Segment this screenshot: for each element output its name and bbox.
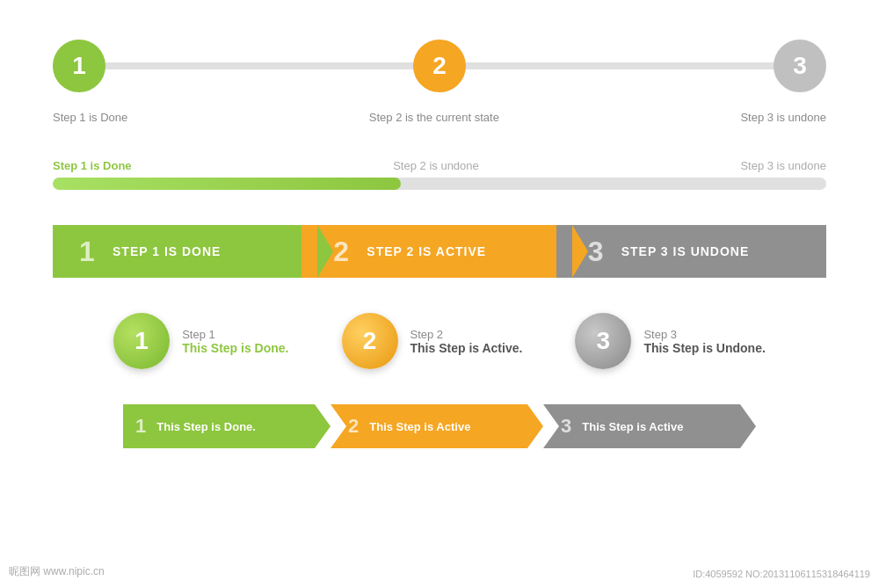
icon-step-3: 3 Step 3 This Step is Undone.	[575, 313, 765, 369]
arrow-step-2: 2 This Step is Active	[331, 404, 543, 448]
icon-steps-section: 1 Step 1 This Step is Done. 2 Step 2 Thi…	[53, 313, 826, 369]
ribbon-num-2: 2	[333, 237, 354, 265]
ribbon-section: 1 STEP 1 IS DONE 2 STEP 2 IS ACTIVE 3 ST…	[53, 225, 826, 278]
arrow-num-3: 3	[561, 415, 571, 438]
arrow-num-2: 2	[348, 415, 359, 438]
arrow-text-1: This Step is Done.	[156, 420, 256, 433]
icon-step-2: 2 Step 2 This Step is Active.	[342, 313, 523, 369]
icon-text-2: Step 2 This Step is Active.	[410, 328, 523, 355]
ribbon-num-1: 1	[79, 237, 100, 265]
linear-progress-section: Step 1 is Done Step 2 is undone Step 3 i…	[53, 159, 826, 190]
circle-label-2: Step 2 is the current state	[369, 111, 499, 124]
icon-circle-1: 1	[113, 313, 170, 369]
circle-step-1: 1	[53, 40, 105, 92]
circle-label-3: Step 3 is undone	[740, 111, 826, 124]
circle-node-3: 3	[774, 40, 826, 92]
icon-text-1: Step 1 This Step is Done.	[182, 328, 288, 355]
linear-track	[53, 178, 826, 190]
icon-step-desc-1: This Step is Done.	[182, 341, 288, 355]
ribbon-text-1: STEP 1 IS DONE	[113, 244, 221, 258]
arrow-text-3: This Step is Active	[582, 420, 683, 433]
linear-label-2: Step 2 is undone	[393, 159, 479, 172]
circle-progress-section: 1 2 3 Step 1 is Done Step 2 is the curre…	[53, 35, 826, 124]
icon-step-desc-3: This Step is Undone.	[643, 341, 765, 355]
ribbon-num-3: 3	[588, 237, 609, 265]
circle-step-2: 2	[413, 40, 466, 92]
circle-node-2: 2	[413, 40, 466, 92]
circle-node-1: 1	[53, 40, 105, 92]
icon-step-title-2: Step 2	[410, 328, 523, 341]
circle-label-1: Step 1 is Done	[53, 111, 127, 124]
icon-step-desc-2: This Step is Active.	[410, 341, 523, 355]
arrow-step-3: 3 This Step is Active	[543, 404, 756, 448]
icon-circle-2: 2	[342, 313, 398, 369]
linear-label-1: Step 1 is Done	[53, 159, 132, 172]
watermark-left: 昵图网 www.nipic.cn	[9, 564, 105, 579]
ribbon-step-1: 1 STEP 1 IS DONE	[53, 225, 317, 278]
arrow-text-2: This Step is Active	[369, 420, 470, 433]
arrow-banner-section: 1 This Step is Done. 2 This Step is Acti…	[53, 404, 826, 448]
icon-circle-3: 3	[575, 313, 631, 369]
ribbon-step-3: 3 STEP 3 IS UNDONE	[556, 225, 826, 278]
icon-step-title-1: Step 1	[182, 328, 288, 341]
watermark-right: ID:4059592 NO:20131106115318464119	[693, 569, 870, 579]
ribbon-text-3: STEP 3 IS UNDONE	[621, 244, 750, 258]
icon-step-1: 1 Step 1 This Step is Done.	[113, 313, 288, 369]
arrow-step-1: 1 This Step is Done.	[123, 404, 331, 448]
ribbon-step-2: 2 STEP 2 IS ACTIVE	[301, 225, 571, 278]
icon-step-title-3: Step 3	[643, 328, 765, 341]
icon-text-3: Step 3 This Step is Undone.	[643, 328, 765, 355]
linear-label-3: Step 3 is undone	[740, 159, 826, 172]
linear-fill	[53, 178, 401, 190]
circle-step-3: 3	[774, 40, 826, 92]
arrow-num-1: 1	[135, 415, 146, 438]
ribbon-text-2: STEP 2 IS ACTIVE	[367, 244, 486, 258]
